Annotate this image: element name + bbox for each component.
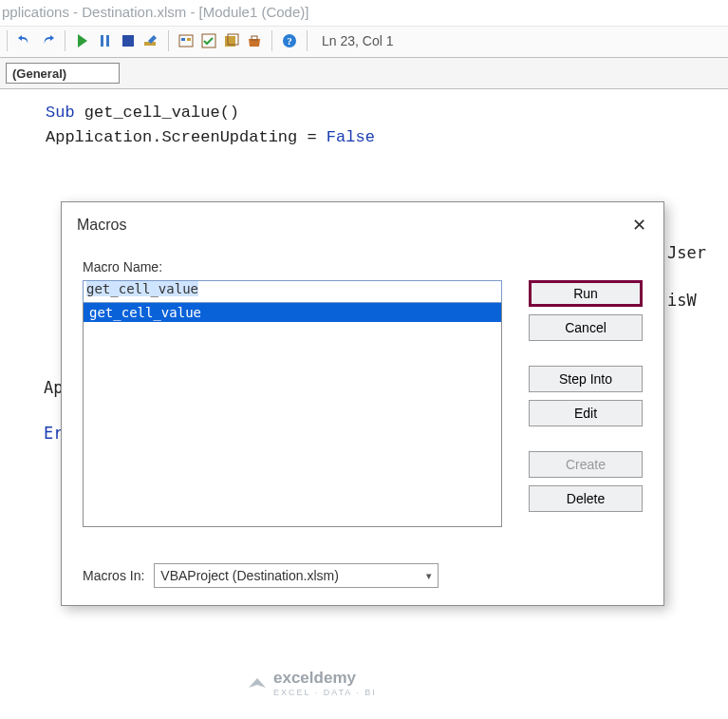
run-button[interactable]: Run: [529, 280, 643, 307]
svg-rect-0: [101, 35, 103, 47]
code-editor[interactable]: Sub get_cell_value() Application.ScreenU…: [0, 89, 728, 150]
help-icon[interactable]: ?: [279, 30, 300, 51]
stop-icon[interactable]: [118, 30, 139, 51]
create-button: Create: [529, 451, 643, 478]
toolbar-separator: [307, 30, 308, 51]
toolbox-icon[interactable]: [244, 30, 265, 51]
toolbar-separator: [7, 30, 8, 51]
code-text: get_cell_value(): [75, 104, 239, 122]
code-text: Application.ScreenUpdating =: [46, 128, 327, 146]
project-icon[interactable]: [176, 30, 196, 51]
cursor-position-status: Ln 23, Col 1: [322, 33, 394, 48]
play-icon[interactable]: [72, 30, 93, 51]
code-fragment: isW: [667, 291, 697, 310]
toolbar: ? Ln 23, Col 1: [0, 27, 728, 58]
scope-bar: (General): [0, 58, 728, 89]
scope-value: (General): [12, 66, 66, 81]
scope-dropdown[interactable]: (General): [6, 63, 120, 84]
macro-name-label: Macro Name:: [83, 259, 643, 274]
svg-rect-1: [106, 35, 109, 47]
object-browser-icon[interactable]: [221, 30, 242, 51]
delete-button[interactable]: Delete: [529, 485, 643, 512]
dialog-title: Macros: [77, 217, 126, 234]
logo-icon: [247, 672, 268, 693]
keyword: Sub: [46, 104, 75, 122]
svg-rect-6: [187, 38, 191, 41]
keyword: False: [327, 128, 375, 146]
undo-icon[interactable]: [14, 30, 35, 51]
design-icon[interactable]: [140, 30, 161, 51]
macros-dialog: Macros ✕ Macro Name: get_cell_value get_…: [61, 201, 664, 606]
svg-text:?: ?: [287, 35, 292, 47]
chevron-down-icon: ▾: [426, 570, 432, 582]
pause-icon[interactable]: [95, 30, 116, 51]
macros-in-value: VBAProject (Destination.xlsm): [160, 568, 339, 583]
toolbar-separator: [271, 30, 272, 51]
window-title: pplications - Destination.xlsm - [Module…: [0, 0, 728, 27]
watermark-sub: EXCEL · DATA · BI: [273, 688, 377, 697]
step-into-button[interactable]: Step Into: [529, 366, 643, 392]
macros-in-dropdown[interactable]: VBAProject (Destination.xlsm) ▾: [154, 563, 439, 588]
macros-in-label: Macros In:: [83, 568, 144, 583]
svg-rect-5: [181, 38, 185, 41]
watermark: exceldemy EXCEL · DATA · BI: [247, 669, 377, 697]
macro-name-value: get_cell_value: [86, 281, 198, 296]
close-icon[interactable]: ✕: [625, 212, 652, 238]
macro-list[interactable]: get_cell_value: [83, 303, 502, 527]
toolbar-separator: [168, 30, 169, 51]
watermark-brand: exceldemy: [273, 669, 356, 687]
properties-icon[interactable]: [198, 30, 219, 51]
code-fragment: Jser: [667, 243, 706, 262]
toolbar-separator: [65, 30, 65, 51]
cancel-button[interactable]: Cancel: [529, 314, 643, 341]
list-item[interactable]: get_cell_value: [84, 303, 501, 322]
macro-name-input[interactable]: get_cell_value: [83, 280, 502, 303]
redo-icon[interactable]: [37, 30, 58, 51]
svg-rect-2: [122, 35, 134, 47]
edit-button[interactable]: Edit: [529, 400, 643, 426]
